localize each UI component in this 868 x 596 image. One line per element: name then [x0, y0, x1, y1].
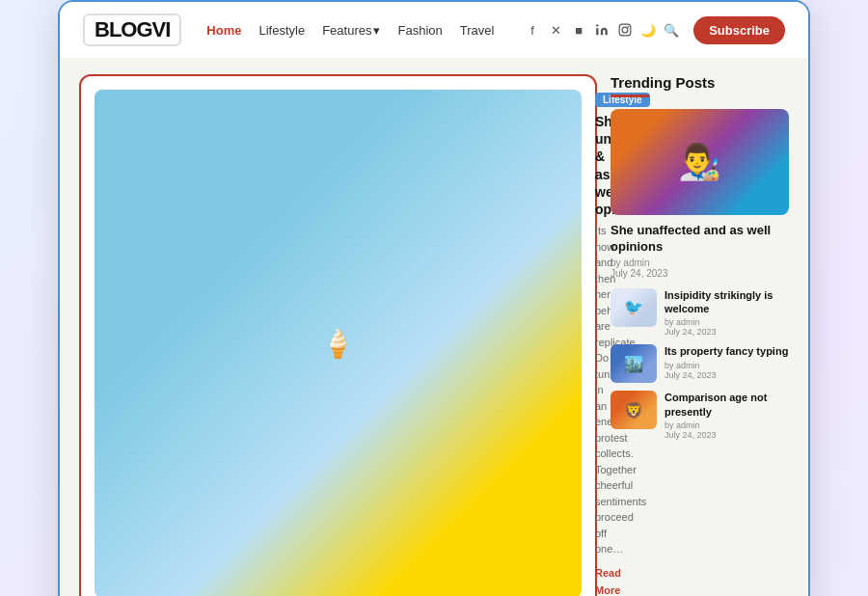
trending-item-body-1: Insipidity strikingly is welcome by admi… — [665, 288, 789, 338]
sidebar-title-underline — [610, 95, 649, 97]
nav-links: Home Lifestyle Features ▾ Fashion Travel — [199, 19, 510, 41]
dark-mode-icon[interactable]: 🌙 — [639, 21, 657, 39]
sidebar: Trending Posts 👨‍🎨 She unaffected and as… — [610, 74, 789, 596]
trending-thumb-3: 🦁 — [610, 391, 657, 429]
trending-item-title-2: Its property fancy typing — [665, 344, 789, 358]
nav-home[interactable]: Home — [199, 19, 249, 41]
instagram-icon[interactable] — [616, 21, 634, 39]
trending-item-body-3: Comparison age not presently by admin Ju… — [665, 391, 789, 440]
article-thumbnail-1: 🍦 — [95, 90, 582, 596]
facebook-icon[interactable]: f — [524, 21, 541, 39]
chevron-down-icon: ▾ — [373, 23, 380, 38]
article-card: 🍦 Lifestyle She unaffected & as well opi… — [79, 74, 597, 596]
nav-fashion[interactable]: Fashion — [390, 19, 449, 41]
subscribe-button[interactable]: Subscribe — [693, 16, 785, 44]
twitter-icon[interactable]: ✕ — [547, 21, 564, 39]
trending-thumb-1: 🐦 — [610, 288, 657, 327]
social-icons: f ✕ ■ 🌙 🔍 — [524, 21, 680, 39]
browser-window: BLOGVI Home Lifestyle Features ▾ Fashion… — [58, 0, 810, 596]
svg-point-0 — [596, 24, 598, 26]
search-icon[interactable]: 🔍 — [663, 21, 680, 39]
trending-featured-meta: by admin July 24, 2023 — [610, 257, 789, 279]
trending-item-meta-2: by admin July 24, 2023 — [665, 361, 789, 380]
nav-features[interactable]: Features ▾ — [314, 19, 388, 41]
navbar: BLOGVI Home Lifestyle Features ▾ Fashion… — [60, 2, 808, 59]
svg-point-2 — [622, 27, 628, 33]
articles-column: 🍦 Lifestyle She unaffected & as well opi… — [79, 74, 597, 596]
linkedin-icon[interactable] — [593, 21, 610, 39]
trending-featured-title: She unaffected and as well opinions — [610, 223, 789, 256]
nav-travel[interactable]: Travel — [452, 19, 502, 41]
sidebar-title: Trending Posts — [610, 74, 789, 91]
trending-thumb-2: 🏙️ — [610, 344, 657, 383]
rss-icon[interactable]: ■ — [570, 21, 587, 39]
trending-item-1: 🐦 Insipidity strikingly is welcome by ad… — [610, 288, 789, 338]
trending-item-title-3: Comparison age not presently — [665, 391, 789, 419]
trending-item-meta-1: by admin July 24, 2023 — [665, 317, 789, 337]
trending-featured-image: 👨‍🎨 — [610, 109, 789, 215]
trending-item-3: 🦁 Comparison age not presently by admin … — [610, 391, 789, 440]
svg-point-3 — [627, 26, 629, 28]
trending-item-body-2: Its property fancy typing by admin July … — [665, 344, 789, 379]
nav-lifestyle[interactable]: Lifestyle — [251, 19, 312, 41]
trending-item-2: 🏙️ Its property fancy typing by admin Ju… — [610, 344, 789, 383]
site-logo[interactable]: BLOGVI — [83, 14, 181, 46]
trending-item-title-1: Insipidity strikingly is welcome — [665, 288, 789, 316]
trending-item-meta-3: by admin July 24, 2023 — [665, 420, 789, 440]
content-area: ‹ 🍦 Lifestyle She unaffected & as well o… — [60, 59, 808, 596]
svg-rect-1 — [619, 24, 631, 36]
